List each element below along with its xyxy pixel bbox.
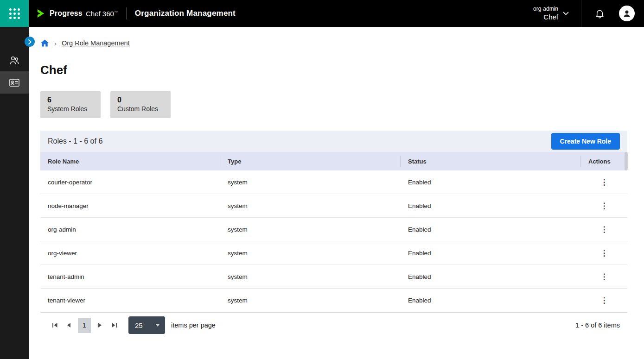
table-body: courier-operator system Enabled ⋮ node-m… [40,170,627,312]
role-badge-icon [9,77,20,88]
create-new-role-button[interactable]: Create New Role [551,133,620,150]
table-scrollbar[interactable] [625,152,628,170]
column-header-role-name: Role Name [40,156,220,167]
user-avatar-button[interactable] [619,6,635,21]
page-size-value: 25 [135,321,143,329]
row-actions-menu-icon[interactable]: ⋮ [597,200,612,212]
row-actions-menu-icon[interactable]: ⋮ [597,295,612,306]
first-page-button[interactable] [48,318,62,332]
account-switcher[interactable]: org-admin Chef [533,5,558,22]
chevron-down-icon[interactable] [563,12,569,15]
cell-status: Enabled [401,179,581,186]
header-icon-group [581,0,644,27]
user-icon [622,9,631,18]
header-divider [126,7,127,19]
system-roles-count: 6 [47,96,94,104]
cell-role-name: tenant-viewer [40,297,220,304]
account-org: Chef [533,13,558,22]
app-title: Organization Management [135,9,236,18]
row-actions-menu-icon[interactable]: ⋮ [597,271,612,283]
cell-role-name: tenant-admin [40,273,220,280]
current-page-button[interactable]: 1 [78,318,91,333]
row-actions-menu-icon[interactable]: ⋮ [597,247,612,259]
page-title: Chef [40,63,627,77]
breadcrumb: › Org Role Management [40,39,627,47]
breadcrumb-home-link[interactable] [40,39,49,47]
stats-row: 6 System Roles 0 Custom Roles [40,91,627,118]
home-icon [40,39,49,47]
stat-card-system-roles: 6 System Roles [40,91,101,118]
next-page-button[interactable] [93,318,107,332]
cell-type: system [220,202,401,209]
items-per-page-label: items per page [171,321,216,329]
column-header-status: Status [401,156,581,167]
cell-status: Enabled [401,273,581,280]
roles-table-header-bar: Roles - 1 - 6 of 6 Create New Role [40,131,627,152]
previous-page-button[interactable] [62,318,76,332]
trademark: ™ [114,10,118,14]
breadcrumb-separator: › [54,39,57,47]
table-row: tenant-admin system Enabled ⋮ [40,265,627,289]
cell-status: Enabled [401,250,581,257]
brand-name: Progress [50,9,83,18]
table-row: org-viewer system Enabled ⋮ [40,241,627,265]
top-header: Progress Chef 360™ Organization Manageme… [0,0,644,27]
cell-actions: ⋮ [581,176,627,188]
left-sidebar [0,27,29,359]
app-launcher-button[interactable] [0,0,29,27]
custom-roles-count: 0 [117,96,164,104]
table-row: org-admin system Enabled ⋮ [40,218,627,241]
cell-role-name: node-manager [40,202,220,209]
cell-role-name: org-admin [40,226,220,233]
row-actions-menu-icon[interactable]: ⋮ [597,224,612,235]
cell-actions: ⋮ [581,295,627,306]
progress-logo-icon [36,9,46,18]
system-roles-label: System Roles [47,105,94,113]
next-page-icon [97,322,103,328]
cell-status: Enabled [401,297,581,304]
sidebar-item-users[interactable] [0,49,29,71]
brand-logo: Progress Chef 360™ [36,9,118,18]
cell-type: system [220,250,401,257]
custom-roles-label: Custom Roles [117,105,164,113]
account-role: org-admin [533,5,558,13]
table-row: courier-operator system Enabled ⋮ [40,170,627,194]
cell-actions: ⋮ [581,200,627,212]
select-caret-icon [155,324,160,327]
cell-type: system [220,273,401,280]
cell-type: system [220,179,401,186]
notifications-button[interactable] [594,8,605,19]
cell-actions: ⋮ [581,224,627,235]
cell-role-name: courier-operator [40,179,220,186]
product-name: Chef 360™ [86,10,118,18]
table-row: tenant-viewer system Enabled ⋮ [40,289,627,312]
app-grid-icon [9,8,20,19]
stat-card-custom-roles: 0 Custom Roles [110,91,171,118]
cell-status: Enabled [401,226,581,233]
roles-table-title: Roles - 1 - 6 of 6 [48,137,102,145]
header-right: org-admin Chef [533,0,644,27]
page-size-select[interactable]: 25 [128,316,165,334]
users-icon [9,55,20,65]
cell-type: system [220,297,401,304]
cell-actions: ⋮ [581,271,627,283]
cell-role-name: org-viewer [40,250,220,257]
table-header-row: Role Name Type Status Actions [40,152,627,170]
first-page-icon [51,322,58,328]
column-header-type: Type [220,156,401,167]
sidebar-item-org-roles[interactable] [0,71,29,94]
sidebar-expand-button[interactable] [25,37,35,47]
roles-table-card: Roles - 1 - 6 of 6 Create New Role Role … [40,131,627,338]
row-actions-menu-icon[interactable]: ⋮ [597,176,612,188]
cell-actions: ⋮ [581,247,627,259]
previous-page-icon [66,322,71,328]
last-page-button[interactable] [107,318,121,332]
bell-icon [594,8,605,19]
cell-status: Enabled [401,202,581,209]
pagination-range-label: 1 - 6 of 6 items [575,321,620,329]
cell-type: system [220,226,401,233]
main-content: › Org Role Management Chef 6 System Role… [29,0,644,338]
pagination-bar: 1 25 items per page 1 - 6 of 6 items [40,312,627,338]
last-page-icon [111,322,118,328]
breadcrumb-link-org-role-management[interactable]: Org Role Management [62,39,130,47]
